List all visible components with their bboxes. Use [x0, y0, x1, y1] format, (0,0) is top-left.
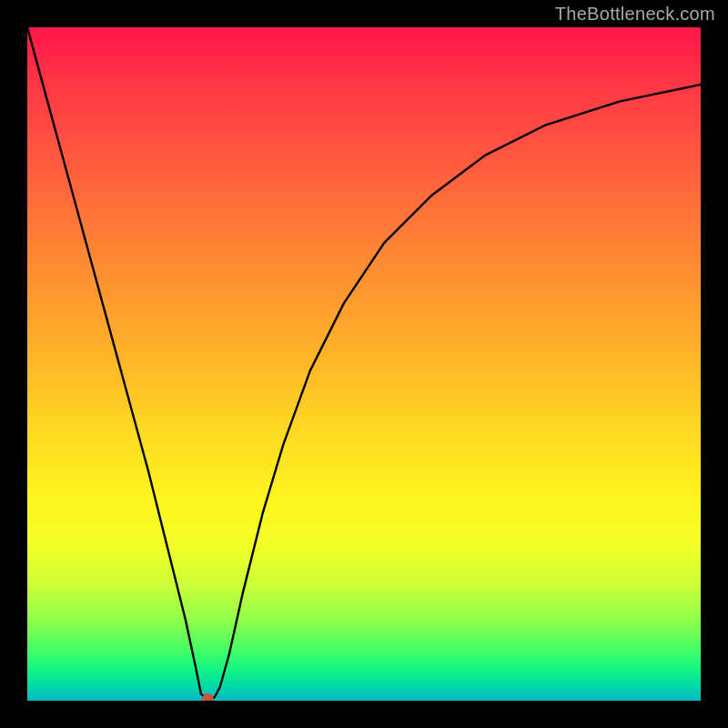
bottleneck-curve [27, 27, 701, 701]
watermark-text: TheBottleneck.com [555, 4, 715, 25]
curve-layer [27, 27, 701, 701]
curve-path [27, 27, 701, 700]
plot-area [27, 27, 701, 701]
minimum-marker-icon [202, 693, 214, 701]
chart-frame: TheBottleneck.com [0, 0, 728, 728]
